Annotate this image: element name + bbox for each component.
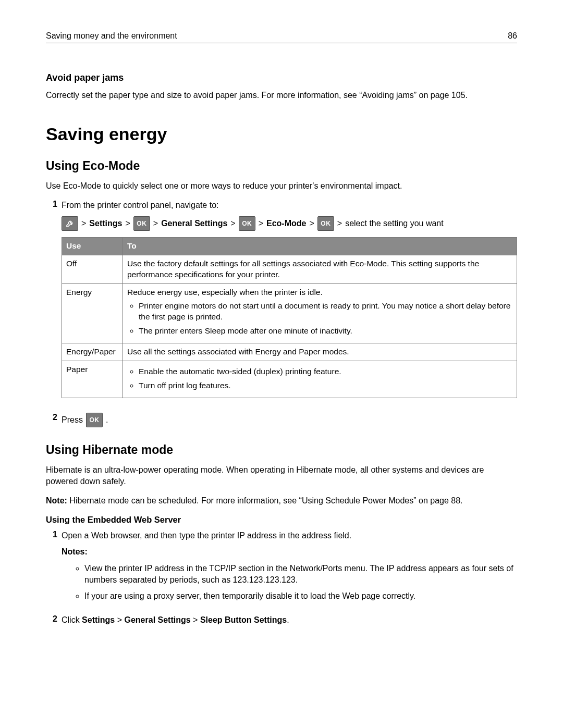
nav-eco-mode: Eco-Mode bbox=[266, 219, 306, 228]
gt-separator: > bbox=[153, 218, 158, 229]
crumb-sleep-button-settings: Sleep Button Settings bbox=[200, 615, 287, 624]
ews-step-1: 1 Open a Web browser, and then type the … bbox=[46, 530, 517, 608]
list-item: Enable the automatic two-sided (duplex) … bbox=[139, 366, 512, 377]
note-label: Note: bbox=[46, 496, 67, 505]
paragraph-eco-intro: Use Eco-Mode to quickly select one or mo… bbox=[46, 180, 517, 192]
table-row: Paper Enable the automatic two-sided (du… bbox=[62, 361, 517, 398]
cell-use: Paper bbox=[62, 361, 123, 398]
note-text: Hibernate mode can be scheduled. For mor… bbox=[67, 496, 463, 505]
ok-icon: OK bbox=[133, 216, 150, 231]
running-header: Saving money and the environment 86 bbox=[46, 31, 517, 43]
cell-to: Use all the settings associated with Ene… bbox=[123, 343, 517, 361]
eco-step-1: 1 From the printer control panel, naviga… bbox=[46, 200, 517, 406]
list-item: View the printer IP address in the TCP/I… bbox=[84, 563, 517, 585]
nav-tail: select the setting you want bbox=[345, 218, 444, 229]
th-use: Use bbox=[62, 237, 123, 255]
crumb-general-settings: General Settings bbox=[124, 615, 190, 624]
gt-separator: > bbox=[337, 218, 342, 229]
heading-saving-energy: Saving energy bbox=[46, 124, 517, 144]
paragraph-hibernate-note: Note: Hibernate mode can be scheduled. F… bbox=[46, 495, 517, 507]
period: . bbox=[287, 615, 289, 624]
ok-icon: OK bbox=[239, 216, 255, 231]
step-number: 1 bbox=[46, 530, 57, 539]
th-to: To bbox=[123, 237, 517, 255]
cell-to: Enable the automatic two-sided (duplex) … bbox=[123, 361, 517, 398]
step-number: 2 bbox=[46, 614, 57, 624]
step-number: 2 bbox=[46, 413, 57, 422]
step-text: Press bbox=[62, 414, 83, 426]
nav-path: > Settings > OK > General Settings > OK … bbox=[62, 216, 517, 231]
heading-ews: Using the Embedded Web Server bbox=[46, 515, 517, 525]
paragraph-avoid-jams: Correctly set the paper type and size to… bbox=[46, 90, 517, 101]
crumb-settings: Settings bbox=[82, 615, 115, 624]
gt-separator: > bbox=[193, 615, 198, 624]
page-number: 86 bbox=[508, 31, 517, 41]
ok-icon: OK bbox=[317, 216, 334, 231]
heading-eco-mode: Using Eco-Mode bbox=[46, 159, 517, 173]
cell-use: Energy bbox=[62, 283, 123, 343]
list-item: Printer engine motors do not start until… bbox=[139, 301, 512, 323]
heading-hibernate: Using Hibernate mode bbox=[46, 443, 517, 457]
heading-avoid-jams: Avoid paper jams bbox=[46, 72, 517, 83]
cell-lead: Reduce energy use, especially when the p… bbox=[127, 287, 512, 298]
ok-icon: OK bbox=[86, 413, 103, 427]
gt-separator: > bbox=[309, 218, 314, 229]
step-text: Open a Web browser, and then type the pr… bbox=[62, 531, 351, 540]
table-row: Energy/Paper Use all the settings associ… bbox=[62, 343, 517, 361]
gt-separator: > bbox=[230, 218, 235, 229]
cell-use: Energy/Paper bbox=[62, 343, 123, 361]
step-text-prefix: Click bbox=[62, 615, 82, 624]
cell-use: Off bbox=[62, 255, 123, 283]
table-row: Energy Reduce energy use, especially whe… bbox=[62, 283, 517, 343]
header-title: Saving money and the environment bbox=[46, 31, 177, 41]
notes-label: Notes: bbox=[62, 546, 517, 558]
cell-to: Use the factory default settings for all… bbox=[123, 255, 517, 283]
nav-general-settings: General Settings bbox=[161, 219, 227, 228]
gt-separator: > bbox=[81, 218, 86, 229]
page: Saving money and the environment 86 Avoi… bbox=[0, 0, 563, 728]
wrench-icon bbox=[62, 216, 78, 231]
step-number: 1 bbox=[46, 200, 57, 209]
gt-separator: > bbox=[259, 218, 263, 229]
cell-to: Reduce energy use, especially when the p… bbox=[123, 283, 517, 343]
eco-mode-table: Use To Off Use the factory default setti… bbox=[62, 237, 517, 398]
nav-settings: Settings bbox=[89, 219, 122, 228]
paragraph-hibernate: Hibernate is an ultra-low-power operatin… bbox=[46, 464, 517, 487]
gt-separator: > bbox=[125, 218, 130, 229]
step-text: From the printer control panel, navigate… bbox=[62, 201, 219, 209]
gt-separator: > bbox=[117, 615, 122, 624]
period: . bbox=[106, 414, 108, 426]
list-item: Turn off print log features. bbox=[139, 380, 512, 391]
ews-step-2: 2 Click Settings > General Settings > Sl… bbox=[46, 614, 517, 626]
table-row: Off Use the factory default settings for… bbox=[62, 255, 517, 283]
eco-step-2: 2 Press OK . bbox=[46, 413, 517, 427]
list-item: If your are using a proxy server, then t… bbox=[84, 590, 517, 602]
list-item: The printer enters Sleep mode after one … bbox=[139, 326, 512, 337]
